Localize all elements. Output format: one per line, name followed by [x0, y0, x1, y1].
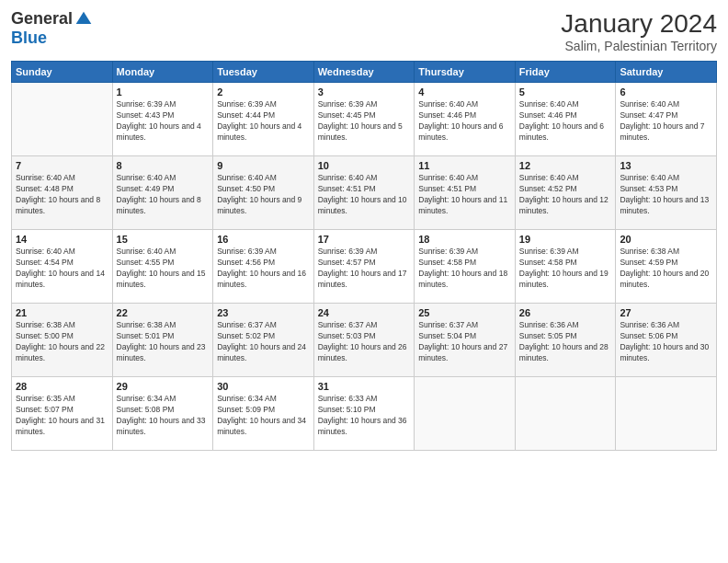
day-cell: [616, 377, 717, 451]
day-info: Sunrise: 6:36 AMSunset: 5:05 PMDaylight:…: [519, 320, 612, 364]
day-info: Sunrise: 6:40 AMSunset: 4:52 PMDaylight:…: [519, 173, 612, 217]
title-section: January 2024 Salim, Palestinian Territor…: [561, 9, 717, 53]
header-day: Tuesday: [213, 62, 314, 83]
day-number: 10: [318, 160, 411, 171]
day-info: Sunrise: 6:34 AMSunset: 5:09 PMDaylight:…: [217, 394, 310, 438]
logo-general: General: [11, 9, 73, 29]
header-day: Friday: [515, 62, 616, 83]
day-info: Sunrise: 6:33 AMSunset: 5:10 PMDaylight:…: [318, 394, 411, 438]
week-row: 21Sunrise: 6:38 AMSunset: 5:00 PMDayligh…: [12, 304, 717, 377]
day-info: Sunrise: 6:40 AMSunset: 4:48 PMDaylight:…: [16, 173, 108, 217]
logo-blue: Blue: [11, 29, 47, 48]
logo-text: General: [11, 9, 93, 29]
day-cell: [415, 377, 516, 451]
day-cell: 18Sunrise: 6:39 AMSunset: 4:58 PMDayligh…: [415, 230, 516, 304]
day-info: Sunrise: 6:39 AMSunset: 4:44 PMDaylight:…: [217, 99, 310, 144]
day-cell: 29Sunrise: 6:34 AMSunset: 5:08 PMDayligh…: [112, 377, 213, 451]
day-number: 12: [519, 160, 612, 171]
day-cell: 5Sunrise: 6:40 AMSunset: 4:46 PMDaylight…: [515, 83, 616, 156]
day-info: Sunrise: 6:40 AMSunset: 4:54 PMDaylight:…: [16, 247, 108, 291]
week-row: 1Sunrise: 6:39 AMSunset: 4:43 PMDaylight…: [12, 83, 717, 156]
day-number: 13: [620, 160, 712, 171]
day-cell: 7Sunrise: 6:40 AMSunset: 4:48 PMDaylight…: [12, 156, 113, 230]
day-cell: 25Sunrise: 6:37 AMSunset: 5:04 PMDayligh…: [415, 304, 516, 377]
day-info: Sunrise: 6:40 AMSunset: 4:47 PMDaylight:…: [620, 99, 712, 144]
day-number: 8: [117, 160, 210, 171]
day-number: 28: [16, 381, 108, 392]
day-cell: 19Sunrise: 6:39 AMSunset: 4:58 PMDayligh…: [515, 230, 616, 304]
day-info: Sunrise: 6:35 AMSunset: 5:07 PMDaylight:…: [16, 394, 108, 438]
month-title: January 2024: [561, 9, 717, 39]
day-number: 21: [16, 307, 108, 318]
day-cell: 31Sunrise: 6:33 AMSunset: 5:10 PMDayligh…: [313, 377, 415, 451]
day-info: Sunrise: 6:36 AMSunset: 5:06 PMDaylight:…: [620, 320, 712, 364]
day-number: 17: [318, 234, 411, 245]
day-cell: 9Sunrise: 6:40 AMSunset: 4:50 PMDaylight…: [213, 156, 314, 230]
day-info: Sunrise: 6:40 AMSunset: 4:46 PMDaylight:…: [418, 99, 511, 144]
day-cell: 30Sunrise: 6:34 AMSunset: 5:09 PMDayligh…: [213, 377, 314, 451]
day-cell: 12Sunrise: 6:40 AMSunset: 4:52 PMDayligh…: [515, 156, 616, 230]
calendar-table: SundayMondayTuesdayWednesdayThursdayFrid…: [11, 61, 717, 451]
day-info: Sunrise: 6:39 AMSunset: 4:57 PMDaylight:…: [318, 247, 411, 291]
day-cell: 17Sunrise: 6:39 AMSunset: 4:57 PMDayligh…: [313, 230, 415, 304]
day-info: Sunrise: 6:34 AMSunset: 5:08 PMDaylight:…: [117, 394, 210, 438]
day-info: Sunrise: 6:40 AMSunset: 4:53 PMDaylight:…: [620, 173, 712, 217]
day-info: Sunrise: 6:37 AMSunset: 5:02 PMDaylight:…: [217, 320, 310, 364]
day-info: Sunrise: 6:37 AMSunset: 5:04 PMDaylight:…: [418, 320, 511, 364]
day-number: 4: [418, 86, 511, 98]
day-cell: 10Sunrise: 6:40 AMSunset: 4:51 PMDayligh…: [313, 156, 415, 230]
day-number: 19: [519, 234, 612, 245]
header-day: Sunday: [12, 62, 113, 83]
day-number: 29: [117, 381, 210, 392]
day-cell: 13Sunrise: 6:40 AMSunset: 4:53 PMDayligh…: [616, 156, 717, 230]
header: General Blue January 2024 Salim, Palesti…: [11, 9, 717, 53]
header-day: Monday: [112, 62, 213, 83]
day-cell: 26Sunrise: 6:36 AMSunset: 5:05 PMDayligh…: [515, 304, 616, 377]
day-number: 23: [217, 307, 310, 318]
day-number: 5: [519, 86, 612, 98]
day-number: 11: [418, 160, 511, 171]
day-number: 18: [418, 234, 511, 245]
day-number: 31: [318, 381, 411, 392]
day-number: 16: [217, 234, 310, 245]
day-info: Sunrise: 6:40 AMSunset: 4:55 PMDaylight:…: [117, 247, 210, 291]
week-row: 7Sunrise: 6:40 AMSunset: 4:48 PMDaylight…: [12, 156, 717, 230]
day-info: Sunrise: 6:40 AMSunset: 4:49 PMDaylight:…: [117, 173, 210, 217]
day-number: 2: [217, 86, 310, 98]
day-cell: 27Sunrise: 6:36 AMSunset: 5:06 PMDayligh…: [616, 304, 717, 377]
day-number: 20: [620, 234, 712, 245]
day-info: Sunrise: 6:39 AMSunset: 4:58 PMDaylight:…: [519, 247, 612, 291]
day-cell: 24Sunrise: 6:37 AMSunset: 5:03 PMDayligh…: [313, 304, 415, 377]
day-info: Sunrise: 6:39 AMSunset: 4:58 PMDaylight:…: [418, 247, 511, 291]
header-day: Thursday: [415, 62, 516, 83]
day-number: 9: [217, 160, 310, 171]
subtitle: Salim, Palestinian Territory: [561, 39, 717, 53]
day-info: Sunrise: 6:40 AMSunset: 4:46 PMDaylight:…: [519, 99, 612, 144]
day-cell: 21Sunrise: 6:38 AMSunset: 5:00 PMDayligh…: [12, 304, 113, 377]
header-row: SundayMondayTuesdayWednesdayThursdayFrid…: [12, 62, 717, 83]
day-cell: 22Sunrise: 6:38 AMSunset: 5:01 PMDayligh…: [112, 304, 213, 377]
day-info: Sunrise: 6:40 AMSunset: 4:51 PMDaylight:…: [418, 173, 511, 217]
header-day: Saturday: [616, 62, 717, 83]
day-number: 26: [519, 307, 612, 318]
main-container: General Blue January 2024 Salim, Palesti…: [0, 0, 728, 460]
day-cell: 23Sunrise: 6:37 AMSunset: 5:02 PMDayligh…: [213, 304, 314, 377]
day-number: 30: [217, 381, 310, 392]
day-cell: 2Sunrise: 6:39 AMSunset: 4:44 PMDaylight…: [213, 83, 314, 156]
day-cell: 20Sunrise: 6:38 AMSunset: 4:59 PMDayligh…: [616, 230, 717, 304]
day-number: 1: [117, 86, 210, 98]
day-info: Sunrise: 6:39 AMSunset: 4:43 PMDaylight:…: [117, 99, 210, 144]
day-cell: [515, 377, 616, 451]
svg-marker-0: [76, 11, 92, 23]
week-row: 28Sunrise: 6:35 AMSunset: 5:07 PMDayligh…: [12, 377, 717, 451]
day-info: Sunrise: 6:37 AMSunset: 5:03 PMDaylight:…: [318, 320, 411, 364]
day-number: 7: [16, 160, 108, 171]
day-info: Sunrise: 6:39 AMSunset: 4:45 PMDaylight:…: [318, 99, 411, 144]
day-info: Sunrise: 6:38 AMSunset: 4:59 PMDaylight:…: [620, 247, 712, 291]
day-info: Sunrise: 6:38 AMSunset: 5:01 PMDaylight:…: [117, 320, 210, 364]
day-cell: 4Sunrise: 6:40 AMSunset: 4:46 PMDaylight…: [415, 83, 516, 156]
day-cell: 3Sunrise: 6:39 AMSunset: 4:45 PMDaylight…: [313, 83, 415, 156]
day-cell: 15Sunrise: 6:40 AMSunset: 4:55 PMDayligh…: [112, 230, 213, 304]
day-cell: 28Sunrise: 6:35 AMSunset: 5:07 PMDayligh…: [12, 377, 113, 451]
day-number: 25: [418, 307, 511, 318]
